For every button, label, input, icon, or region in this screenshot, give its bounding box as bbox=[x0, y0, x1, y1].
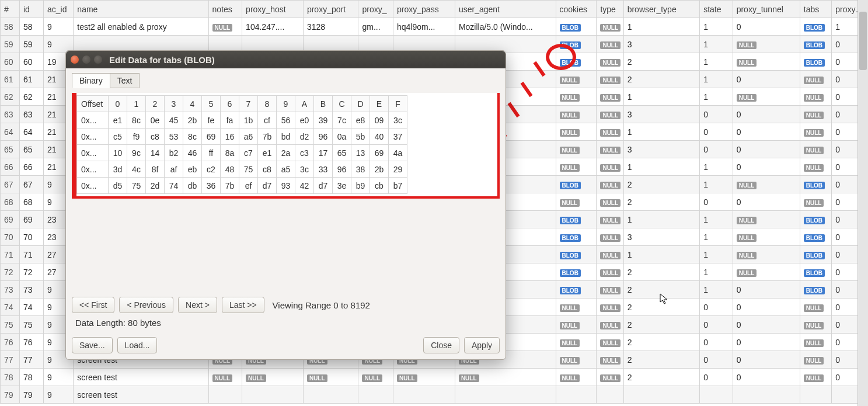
hex-cell[interactable]: 75 bbox=[127, 178, 146, 194]
load-button[interactable]: Load... bbox=[117, 337, 158, 353]
cell[interactable]: Mozilla/5.0 (Windo... bbox=[455, 18, 556, 36]
cell[interactable]: 64 bbox=[19, 123, 43, 141]
tab-text[interactable]: Text bbox=[110, 73, 140, 88]
row-number[interactable]: 70 bbox=[1, 228, 20, 246]
hex-cell[interactable]: 4c bbox=[127, 161, 146, 178]
cell[interactable]: BLOB bbox=[800, 36, 831, 53]
cell[interactable]: BLOB bbox=[556, 53, 597, 71]
hex-cell[interactable]: 56 bbox=[277, 112, 295, 129]
cell[interactable]: 2 bbox=[623, 193, 700, 211]
col-header[interactable]: state bbox=[700, 1, 733, 18]
next-button[interactable]: Next > bbox=[178, 297, 217, 313]
cell[interactable]: NULL bbox=[556, 71, 597, 88]
col-header[interactable]: proxy_ bbox=[358, 1, 393, 18]
cell[interactable]: 0 bbox=[733, 123, 800, 141]
cell[interactable]: NULL bbox=[800, 369, 831, 386]
cell[interactable]: NULL bbox=[556, 106, 597, 123]
cell[interactable]: screen test bbox=[74, 369, 208, 386]
cell[interactable]: 62 bbox=[19, 88, 43, 106]
cell[interactable]: 1 bbox=[623, 158, 700, 176]
cell[interactable]: 3 bbox=[623, 228, 700, 246]
hex-cell[interactable]: db bbox=[183, 178, 202, 194]
hex-cell[interactable]: c5 bbox=[109, 129, 127, 145]
hex-cell[interactable]: 46 bbox=[183, 145, 202, 161]
cell[interactable]: NULL bbox=[597, 299, 623, 316]
cell[interactable]: 0 bbox=[733, 281, 800, 299]
hex-cell[interactable]: 09 bbox=[370, 112, 389, 129]
cell[interactable] bbox=[242, 386, 304, 404]
cell[interactable]: NULL bbox=[800, 88, 831, 106]
cell[interactable]: NULL bbox=[597, 263, 623, 281]
hex-cell[interactable]: 3e bbox=[333, 178, 351, 194]
cell[interactable]: NULL bbox=[556, 123, 597, 141]
dialog-titlebar[interactable]: Edit Data for tabs (BLOB) bbox=[66, 51, 506, 68]
cell[interactable]: 61 bbox=[19, 71, 43, 88]
col-header[interactable]: proxy_port bbox=[303, 1, 358, 18]
cell[interactable]: NULL bbox=[556, 351, 597, 369]
cell[interactable]: NULL bbox=[597, 141, 623, 158]
col-header[interactable]: # bbox=[1, 1, 20, 18]
cell[interactable]: NULL bbox=[556, 369, 597, 386]
col-header[interactable]: browser_type bbox=[623, 1, 700, 18]
hex-cell[interactable]: 13 bbox=[351, 145, 370, 161]
cell[interactable]: BLOB bbox=[800, 246, 831, 263]
cell[interactable]: 2 bbox=[623, 53, 700, 71]
cell[interactable]: NULL bbox=[733, 211, 800, 228]
hex-cell[interactable]: 3d bbox=[109, 161, 127, 178]
cell[interactable]: 0 bbox=[733, 193, 800, 211]
hex-cell[interactable]: 96 bbox=[333, 161, 351, 178]
cell[interactable]: 0 bbox=[733, 158, 800, 176]
cell[interactable]: NULL bbox=[597, 106, 623, 123]
row-number[interactable]: 63 bbox=[1, 106, 20, 123]
cell[interactable]: BLOB bbox=[556, 211, 597, 228]
cell[interactable]: BLOB bbox=[800, 211, 831, 228]
hex-cell[interactable]: 29 bbox=[389, 161, 407, 178]
hex-cell[interactable]: b2 bbox=[165, 145, 183, 161]
row-number[interactable]: 71 bbox=[1, 246, 20, 263]
hex-cell[interactable]: 33 bbox=[314, 161, 333, 178]
cell[interactable]: hq4l9om... bbox=[393, 18, 455, 36]
cell[interactable]: BLOB bbox=[556, 281, 597, 299]
cell[interactable]: NULL bbox=[358, 369, 393, 386]
cell[interactable]: 1 bbox=[700, 246, 733, 263]
cell[interactable]: 63 bbox=[19, 106, 43, 123]
cell[interactable]: 59 bbox=[19, 36, 43, 53]
col-header[interactable]: user_agent bbox=[455, 1, 556, 18]
cell[interactable]: NULL bbox=[597, 316, 623, 334]
hex-cell[interactable]: 65 bbox=[333, 145, 351, 161]
first-button[interactable]: << First bbox=[72, 297, 114, 313]
cell[interactable]: 60 bbox=[19, 53, 43, 71]
cell[interactable]: 1 bbox=[700, 176, 733, 193]
cell[interactable]: 0 bbox=[700, 316, 733, 334]
cell[interactable]: BLOB bbox=[800, 53, 831, 71]
cell[interactable]: NULL bbox=[800, 123, 831, 141]
col-header[interactable]: proxy_host bbox=[242, 1, 304, 18]
cell[interactable]: NULL bbox=[800, 106, 831, 123]
hex-cell[interactable]: 37 bbox=[389, 129, 407, 145]
row-number[interactable]: 64 bbox=[1, 123, 20, 141]
cell[interactable]: NULL bbox=[556, 88, 597, 106]
cell[interactable]: 0 bbox=[700, 351, 733, 369]
cell[interactable]: NULL bbox=[208, 18, 242, 36]
cell[interactable]: NULL bbox=[800, 351, 831, 369]
hex-cell[interactable]: 2b bbox=[183, 112, 202, 129]
cell[interactable] bbox=[208, 386, 242, 404]
cell[interactable]: 0 bbox=[733, 71, 800, 88]
row-number[interactable]: 59 bbox=[1, 36, 20, 53]
hex-cell[interactable]: 48 bbox=[221, 161, 239, 178]
hex-cell[interactable]: 0x... bbox=[77, 112, 109, 129]
col-header[interactable]: proxy_tunnel bbox=[733, 1, 800, 18]
save-button[interactable]: Save... bbox=[72, 337, 113, 353]
cell[interactable]: NULL bbox=[800, 193, 831, 211]
cell[interactable]: 0 bbox=[700, 334, 733, 351]
cell[interactable]: 1 bbox=[700, 88, 733, 106]
cell[interactable]: 78 bbox=[19, 369, 43, 386]
hex-cell[interactable]: d2 bbox=[295, 129, 314, 145]
cell[interactable]: 74 bbox=[19, 299, 43, 316]
prev-button[interactable]: < Previous bbox=[119, 297, 173, 313]
hex-cell[interactable]: d7 bbox=[314, 178, 333, 194]
cell[interactable]: 1 bbox=[623, 88, 700, 106]
cell[interactable]: NULL bbox=[800, 71, 831, 88]
hex-cell[interactable]: 3c bbox=[389, 112, 407, 129]
cell[interactable]: NULL bbox=[393, 369, 455, 386]
